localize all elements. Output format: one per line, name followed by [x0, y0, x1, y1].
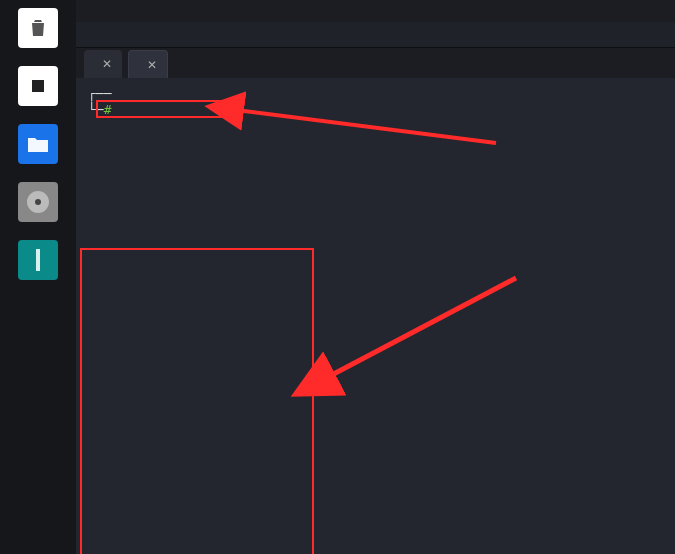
svg-point-2 — [35, 199, 41, 205]
desktop-icon-archive[interactable] — [6, 240, 70, 282]
terminal-window: ✕ ✕ ┌── └─# — [76, 0, 675, 554]
titlebar[interactable] — [76, 0, 675, 22]
svg-rect-4 — [36, 249, 40, 271]
disk-icon — [18, 66, 58, 106]
desktop-icons — [0, 8, 76, 282]
terminal-body[interactable]: ┌── └─# — [76, 78, 675, 554]
highlight-output-box — [80, 248, 314, 554]
close-icon[interactable]: ✕ — [102, 57, 112, 71]
desktop-icon-home[interactable] — [6, 124, 70, 166]
tab-terminal-2[interactable]: ✕ — [128, 50, 168, 78]
desktop-icon-disc[interactable] — [6, 182, 70, 224]
desktop-icon-filesystem[interactable] — [6, 66, 70, 108]
disc-icon — [18, 182, 58, 222]
desktop-icon-trash[interactable] — [6, 8, 70, 50]
tab-terminal-1[interactable]: ✕ — [84, 50, 122, 78]
folder-icon — [18, 124, 58, 164]
archive-icon — [18, 240, 58, 280]
trash-icon — [18, 8, 58, 48]
tabbar: ✕ ✕ — [76, 48, 675, 78]
command-line: └─# — [88, 102, 663, 118]
background-watermark — [116, 268, 665, 274]
menubar — [76, 22, 675, 48]
close-icon[interactable]: ✕ — [147, 58, 157, 72]
prompt-line: ┌── — [88, 86, 663, 102]
annotation-layer — [76, 78, 675, 554]
arrow-to-output — [326, 278, 516, 378]
svg-rect-0 — [32, 80, 44, 92]
